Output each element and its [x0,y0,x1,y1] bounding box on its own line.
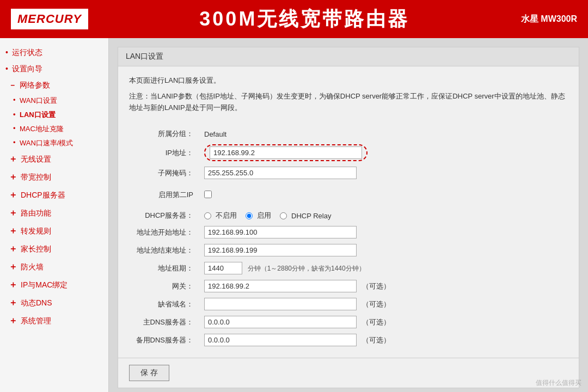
domain-value-cell: （可选） [200,295,568,313]
save-button[interactable]: 保 存 [129,365,169,381]
info-text-1: 本页面进行LAN口服务设置。 [129,75,568,87]
sidebar-item-lan-settings[interactable]: LAN口设置 [0,108,108,122]
plus-icon: ＋ [9,243,17,255]
pool-end-value-cell [200,241,568,259]
plus-icon: ＋ [9,315,17,327]
header: MERCURY 300M无线宽带路由器 水星 MW300R [0,0,588,38]
sidebar-item-network-params[interactable]: － 网络参数 [0,77,108,94]
model-info: 水星 MW300R [521,14,577,25]
lease-label: 地址租期： [129,259,200,277]
pool-start-value-cell [200,223,568,241]
plus-icon: ＋ [9,261,17,273]
plus-icon: ＋ [9,189,17,201]
dhcp-option-relay: DHCP Relay [291,212,331,220]
sidebar-item-firewall[interactable]: ＋ 防火墙 [0,258,108,276]
sidebar-item-dhcp[interactable]: ＋ DHCP服务器 [0,186,108,204]
sidebar-item-routing[interactable]: ＋ 路由功能 [0,204,108,222]
pool-start-input[interactable] [204,226,357,238]
subnet-input[interactable] [204,167,357,179]
sidebar-label-sys-mgmt: 系统管理 [21,316,51,326]
sidebar-label-ip-mac: IP与MAC绑定 [21,280,68,290]
plus-icon: ＋ [9,154,17,165]
sidebar-item-wan-settings[interactable]: WAN口设置 [0,94,108,108]
sidebar-item-wireless[interactable]: ＋ 无线设置 [0,150,108,168]
table-row-dns1: 主DNS服务器： （可选） [129,313,568,331]
dns1-value-cell: （可选） [200,313,568,331]
sidebar-item-setup-wizard[interactable]: 设置向导 [0,61,108,77]
dhcp-label: DHCP服务器： [129,208,200,223]
lease-input[interactable] [204,262,242,274]
dhcp-radio-input-disabled[interactable] [204,212,211,219]
logo: MERCURY [11,9,88,29]
sidebar-item-parental[interactable]: ＋ 家长控制 [0,240,108,258]
group-label: 所属分组： [129,126,200,142]
ip-label: IP地址： [129,142,200,164]
dhcp-value-cell: 不启用 启用 DHCP Relay [200,208,568,223]
sidebar-label-dynamic-dns: 动态DNS [21,298,52,308]
dns1-input[interactable] [204,316,357,328]
sidebar-item-sys-mgmt[interactable]: ＋ 系统管理 [0,312,108,330]
dns2-input[interactable] [204,334,357,346]
dhcp-radio-disabled[interactable]: 不启用 [204,211,237,220]
sidebar-item-mac-clone[interactable]: MAC地址克隆 [0,122,108,136]
group-value: Default [200,126,568,142]
dhcp-radio-input-relay[interactable] [280,212,287,219]
sidebar-item-bandwidth[interactable]: ＋ 带宽控制 [0,168,108,186]
subnet-value-cell [200,164,568,182]
sidebar-item-run-status[interactable]: 运行状态 [0,45,108,61]
sidebar-label-routing: 路由功能 [21,209,51,218]
pool-end-label: 地址池结束地址： [129,241,200,259]
domain-label: 缺省域名： [129,295,200,313]
dns2-optional: （可选） [362,336,390,344]
table-row-group: 所属分组： Default [129,126,568,142]
gateway-value-cell: （可选） [200,277,568,295]
sidebar-item-dynamic-dns[interactable]: ＋ 动态DNS [0,294,108,312]
table-row-gateway: 网关： （可选） [129,277,568,295]
domain-input[interactable] [204,298,357,310]
sidebar-label-network: 网络参数 [20,81,50,90]
content-area: LAN口设置 本页面进行LAN口服务设置。 注意：当LANIP参数（包括IP地址… [109,38,588,392]
domain-optional: （可选） [362,300,390,308]
dns2-value-cell: （可选） [200,331,568,349]
lease-hint: 分钟（1～2880分钟，缺省为1440分钟） [248,265,365,272]
table-row-dhcp: DHCP服务器： 不启用 启用 [129,208,568,223]
table-row-ip: IP地址： [129,142,568,164]
dhcp-radio-input-enabled[interactable] [246,212,253,219]
plus-icon: ＋ [9,225,17,237]
sidebar-item-wan-rate[interactable]: WAN口速率/模式 [0,136,108,150]
lan-panel: LAN口设置 本页面进行LAN口服务设置。 注意：当LANIP参数（包括IP地址… [118,47,579,388]
pool-start-label: 地址池开始地址： [129,223,200,241]
group-default-text: Default [204,130,226,138]
sidebar-label-dhcp: DHCP服务器 [21,191,65,200]
pool-end-input[interactable] [204,244,357,256]
sidebar-label-wireless: 无线设置 [21,155,51,164]
dhcp-radio-enabled[interactable]: 启用 [246,211,271,220]
gateway-optional: （可选） [362,282,390,290]
ip-input[interactable] [210,146,362,159]
table-row-lease: 地址租期： 分钟（1～2880分钟，缺省为1440分钟） [129,259,568,277]
table-row-second-ip: 启用第二IP [129,187,568,203]
sidebar-item-ip-mac[interactable]: ＋ IP与MAC绑定 [0,276,108,294]
panel-body: 本页面进行LAN口服务设置。 注意：当LANIP参数（包括IP地址、子网掩码）发… [118,66,579,358]
sidebar-item-forwarding[interactable]: ＋ 转发规则 [0,222,108,240]
dhcp-radio-group: 不启用 启用 DHCP Relay [204,211,564,220]
main-layout: 运行状态 设置向导 － 网络参数 WAN口设置 LAN口设置 MAC地址克隆 W… [0,38,588,392]
sidebar-label-firewall: 防火墙 [21,262,44,272]
plus-icon: ＋ [9,279,17,291]
table-row-pool-end: 地址池结束地址： [129,241,568,259]
gateway-input[interactable] [204,280,357,292]
lease-value-cell: 分钟（1～2880分钟，缺省为1440分钟） [200,259,568,277]
info-text-2: 注意：当LANIP参数（包括IP地址、子网掩码）发生变更时，为确保DHCP se… [129,91,568,114]
subnet-label: 子网掩码： [129,164,200,182]
table-row-dns2: 备用DNS服务器： （可选） [129,331,568,349]
table-row-spacer [129,182,568,187]
sidebar-label-forwarding: 转发规则 [21,226,51,236]
second-ip-value-cell [200,187,568,203]
table-row-subnet: 子网掩码： [129,164,568,182]
minus-icon: － [9,81,16,90]
dhcp-radio-relay[interactable]: DHCP Relay [280,212,331,220]
second-ip-checkbox[interactable] [204,191,212,198]
sidebar: 运行状态 设置向导 － 网络参数 WAN口设置 LAN口设置 MAC地址克隆 W… [0,38,109,392]
table-row-domain: 缺省域名： （可选） [129,295,568,313]
plus-icon: ＋ [9,297,17,309]
